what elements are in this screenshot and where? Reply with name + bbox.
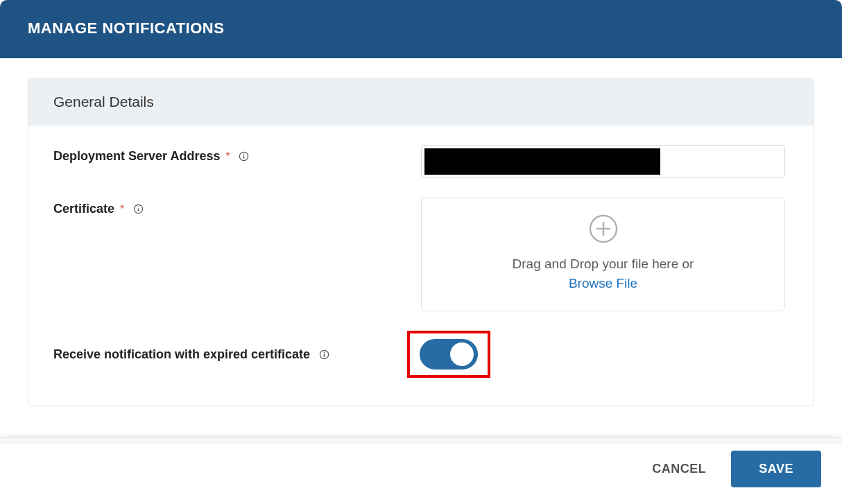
dropzone-text: Drag and Drop your file here or (429, 257, 777, 272)
deployment-server-address-input[interactable] (424, 148, 660, 175)
general-details-panel: General Details Deployment Server Addres… (28, 78, 814, 406)
server-address-input-col (421, 145, 789, 178)
modal-title: MANAGE NOTIFICATIONS (0, 0, 842, 58)
required-asterisk: * (225, 151, 230, 162)
row-certificate: Certificate * (53, 198, 789, 311)
toggle-highlight-box (407, 331, 490, 378)
cancel-button[interactable]: CANCEL (645, 452, 713, 486)
expired-notify-label: Receive notification with expired certif… (53, 347, 310, 362)
info-icon[interactable] (318, 349, 329, 360)
plus-circle-icon (429, 214, 777, 247)
svg-point-2 (243, 154, 245, 155)
server-address-label: Deployment Server Address (53, 149, 220, 164)
certificate-label-col: Certificate * (53, 198, 421, 216)
info-icon[interactable] (132, 204, 144, 215)
browse-file-link[interactable]: Browse File (429, 276, 777, 291)
expired-notify-label-col: Receive notification with expired certif… (53, 347, 407, 362)
certificate-dropzone[interactable]: Drag and Drop your file here or Browse F… (421, 198, 785, 311)
server-address-input-wrap (421, 145, 785, 178)
modal-body: General Details Deployment Server Addres… (0, 58, 842, 437)
row-server-address: Deployment Server Address * (53, 145, 789, 178)
panel-title: General Details (28, 78, 814, 125)
svg-point-5 (138, 207, 139, 208)
required-asterisk: * (120, 204, 124, 215)
modal-footer: CANCEL SAVE (0, 437, 842, 504)
svg-point-11 (323, 351, 325, 353)
toggle-knob (450, 342, 474, 366)
modal-title-text: MANAGE NOTIFICATIONS (28, 19, 224, 37)
manage-notifications-modal: MANAGE NOTIFICATIONS General Details Dep… (0, 0, 842, 504)
expired-notify-toggle[interactable] (420, 339, 478, 370)
info-icon[interactable] (239, 151, 250, 162)
certificate-input-col: Drag and Drop your file here or Browse F… (421, 198, 789, 311)
server-address-label-col: Deployment Server Address * (53, 145, 421, 164)
row-expired-notify: Receive notification with expired certif… (53, 331, 789, 378)
panel-body: Deployment Server Address * (28, 125, 814, 406)
certificate-label: Certificate (53, 202, 114, 216)
save-button[interactable]: SAVE (731, 451, 821, 487)
